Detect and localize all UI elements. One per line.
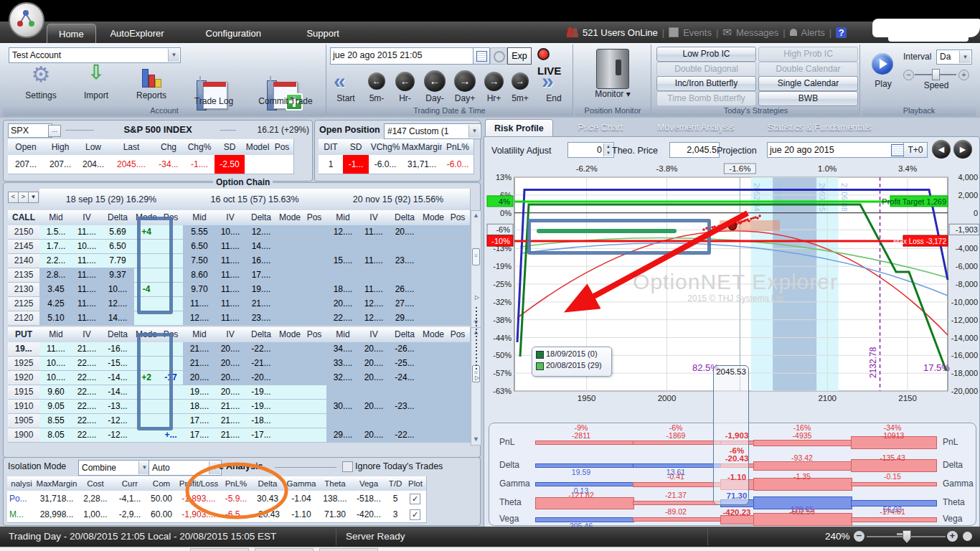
call-row-cell[interactable]: [446, 240, 471, 254]
put-row-cell[interactable]: [302, 428, 327, 443]
speed-slider[interactable]: − +: [903, 69, 969, 80]
zoom-slider-thumb[interactable]: [903, 530, 911, 543]
put-row-cell[interactable]: 22....: [72, 414, 102, 428]
call-row-cell[interactable]: 14....: [245, 240, 278, 254]
put-row-cell[interactable]: 29....: [326, 428, 360, 443]
strategy-low-prob-ic-button[interactable]: Low Prob IC: [656, 47, 756, 62]
menu-tab-home[interactable]: Home: [47, 24, 96, 44]
call-row-cell[interactable]: [159, 240, 184, 254]
put-row-cell[interactable]: [446, 385, 471, 400]
call-row-cell[interactable]: 11....: [216, 268, 245, 283]
call-row-cell[interactable]: [359, 240, 389, 254]
put-row-cell[interactable]: [302, 385, 327, 400]
put-row-cell[interactable]: 34....: [326, 342, 360, 357]
call-row-strike[interactable]: 2150: [8, 225, 40, 240]
nav-5mplus-button[interactable]: →: [512, 72, 529, 90]
put-row-cell[interactable]: 22....: [72, 428, 102, 443]
call-row-cell[interactable]: 11....: [216, 254, 245, 268]
put-row-cell[interactable]: [278, 357, 303, 371]
call-row-cell[interactable]: [302, 268, 327, 283]
put-row-cell[interactable]: -26...: [388, 342, 422, 357]
clock-icon-button[interactable]: [490, 47, 507, 65]
call-row-cell[interactable]: 26....: [388, 283, 422, 297]
call-row-cell[interactable]: [388, 240, 422, 254]
strategy-bwb-button[interactable]: BWB: [758, 91, 858, 106]
put-row-cell[interactable]: 20....: [216, 371, 245, 385]
call-row-cell[interactable]: [134, 268, 159, 283]
call-row-cell[interactable]: [302, 225, 327, 240]
put-row-cell[interactable]: [421, 385, 446, 400]
put-row-cell[interactable]: [134, 385, 159, 400]
put-row-cell[interactable]: 22....: [72, 371, 102, 385]
chain-menu-button[interactable]: ▾: [28, 192, 39, 203]
call-row-cell[interactable]: 11....: [359, 283, 389, 297]
call-row-cell[interactable]: [446, 225, 471, 240]
analysis-cell[interactable]: -1,893....: [176, 491, 222, 507]
nav-start-button[interactable]: «: [334, 70, 346, 92]
put-row-cell[interactable]: -15...: [101, 357, 135, 371]
put-row-cell[interactable]: [159, 385, 184, 400]
analysis-cell[interactable]: -5.9...: [221, 491, 252, 507]
put-row-strike[interactable]: 1920: [8, 371, 40, 385]
put-row-cell[interactable]: -23...: [388, 400, 422, 414]
put-row-cell[interactable]: [421, 357, 446, 371]
speed-slider-thumb[interactable]: [932, 69, 940, 80]
call-row-cell[interactable]: 23....: [388, 254, 422, 268]
put-row-cell[interactable]: 8.55: [39, 414, 73, 428]
put-row-cell[interactable]: [159, 357, 184, 371]
volatility-adjust-spinner[interactable]: 0▲▼: [567, 142, 614, 158]
interval-select[interactable]: Da▼: [936, 50, 972, 65]
expiry-header-0[interactable]: 18 sep 15 (29) 16.29%: [39, 189, 184, 211]
call-row-cell[interactable]: 11....: [216, 283, 245, 297]
nav-hrminus-button[interactable]: ←: [395, 72, 415, 91]
put-row-cell[interactable]: -25...: [388, 357, 422, 371]
call-row-cell[interactable]: [446, 297, 471, 311]
put-row-cell[interactable]: 21....: [183, 342, 217, 357]
analysis-cell[interactable]: 60.00: [146, 507, 177, 523]
analysis-cell[interactable]: 50.00: [146, 491, 177, 507]
put-row-cell[interactable]: 18....: [183, 400, 217, 414]
call-row-cell[interactable]: [159, 254, 184, 268]
t0-button[interactable]: T+0: [903, 142, 928, 158]
put-row-cell[interactable]: 20....: [216, 385, 245, 400]
put-row-cell[interactable]: [278, 428, 303, 443]
put-row-cell[interactable]: 9.60: [39, 385, 73, 400]
put-row-cell[interactable]: 11....: [39, 342, 73, 357]
put-row-cell[interactable]: 21....: [72, 342, 102, 357]
call-row-cell[interactable]: 15....: [326, 254, 360, 268]
call-row-cell[interactable]: [278, 240, 303, 254]
chain-prev-button[interactable]: <: [8, 192, 19, 203]
call-row-cell[interactable]: 11....: [72, 297, 102, 311]
nav-end-button[interactable]: »: [542, 70, 554, 92]
strategy-inc-iron-butterfly-button[interactable]: Inc/Iron Butterfly: [656, 76, 756, 91]
put-row-cell[interactable]: 20....: [216, 342, 245, 357]
panel-splitter[interactable]: ▷ ▷: [473, 187, 481, 459]
put-row-cell[interactable]: 20....: [359, 357, 389, 371]
call-row-cell[interactable]: 4.25: [39, 297, 73, 311]
call-row-cell[interactable]: 11....: [359, 254, 389, 268]
put-row-cell[interactable]: [302, 342, 327, 357]
call-row-cell[interactable]: [278, 225, 303, 240]
combine-select[interactable]: Combine▼: [78, 460, 151, 476]
call-row-cell[interactable]: 2.8...: [39, 268, 73, 283]
call-row-cell[interactable]: 7.79: [101, 254, 135, 268]
exp-button[interactable]: Exp: [507, 47, 532, 65]
nav-hrplus-button[interactable]: →: [484, 72, 504, 91]
put-row-cell[interactable]: [134, 357, 159, 371]
call-row-cell[interactable]: 2.2...: [39, 254, 73, 268]
play-button[interactable]: [872, 53, 893, 75]
call-row-strike[interactable]: 2135: [8, 268, 40, 283]
call-row-strike[interactable]: 2120: [8, 311, 40, 326]
call-row-cell[interactable]: 21....: [245, 297, 278, 311]
projection-calendar-icon[interactable]: [891, 144, 904, 156]
put-row-cell[interactable]: [134, 414, 159, 428]
call-row-cell[interactable]: 20....: [388, 225, 422, 240]
call-row-cell[interactable]: 20....: [326, 297, 360, 311]
call-row-cell[interactable]: 7.50: [183, 254, 217, 268]
strategy-single-calendar-button[interactable]: Single Calendar: [758, 76, 858, 91]
call-row-cell[interactable]: 27....: [388, 297, 422, 311]
call-row-cell[interactable]: 18....: [326, 283, 360, 297]
analysis-cell[interactable]: 30.43: [251, 491, 285, 507]
call-row-strike[interactable]: 2145: [8, 240, 40, 254]
trading-datetime-field[interactable]: jue 20 ago 2015 21:05: [330, 47, 476, 65]
